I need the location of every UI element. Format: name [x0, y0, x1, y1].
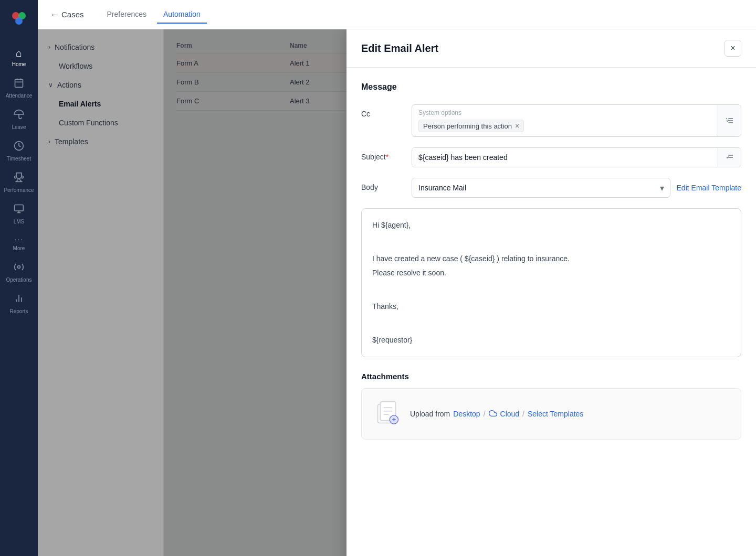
attachments-title: Attachments — [361, 372, 741, 381]
more-icon: ··· — [14, 235, 24, 243]
performance-icon — [14, 172, 24, 185]
email-body-line2 — [372, 236, 730, 249]
cloud-link[interactable]: Cloud — [500, 410, 520, 418]
tab-preferences[interactable]: Preferences — [101, 6, 153, 24]
svg-point-2 — [15, 17, 23, 25]
operations-icon — [14, 262, 24, 275]
top-tabs: Preferences Automation — [101, 6, 207, 24]
attachments-box: Upload from Desktop / Cloud / Select Tem… — [361, 388, 741, 440]
body-select[interactable]: Insurance Mail General Mail Welcome Mail — [412, 178, 670, 198]
edit-email-alert-modal: Edit Email Alert × Message Cc — [346, 29, 756, 556]
cc-system-options-label: System options — [418, 109, 711, 116]
main-area: ← Cases Preferences Automation › Notific… — [38, 0, 756, 556]
modal-body: Message Cc System options Person perform — [346, 68, 756, 454]
select-templates-link[interactable]: Select Templates — [528, 410, 583, 418]
sidebar-item-home[interactable]: ⌂ Home — [0, 42, 38, 72]
sidebar-item-more[interactable]: ··· More — [0, 230, 38, 256]
cloud-icon — [489, 409, 497, 419]
cases-title: Cases — [61, 10, 84, 19]
email-body-line3: I have created a new case ( ${caseid} ) … — [372, 253, 730, 265]
tab-automation[interactable]: Automation — [157, 6, 207, 24]
body-label: Body — [361, 178, 403, 191]
cc-action-button[interactable] — [718, 105, 741, 136]
timesheet-icon — [14, 141, 24, 154]
back-button[interactable]: ← Cases — [50, 10, 84, 19]
sidebar-item-performance[interactable]: Performance — [0, 167, 38, 198]
email-body-line8: ${requestor} — [372, 334, 730, 347]
email-body-preview: Hi ${agent}, I have created a new case (… — [361, 208, 741, 357]
email-body-line7 — [372, 317, 730, 330]
home-icon: ⌂ — [16, 47, 22, 59]
email-body-line6: Thanks, — [372, 301, 730, 313]
reports-icon — [14, 293, 24, 306]
sidebar-item-operations[interactable]: Operations — [0, 256, 38, 288]
subject-label: Subject* — [361, 147, 403, 161]
lms-icon — [14, 204, 24, 217]
subject-row: Subject* — [361, 147, 741, 167]
sidebar-item-timesheet[interactable]: Timesheet — [0, 135, 38, 167]
email-body-line5 — [372, 284, 730, 296]
body-wrapper: Insurance Mail General Mail Welcome Mail… — [412, 178, 741, 198]
email-body-line4: Please resolve it soon. — [372, 267, 730, 280]
cc-input-wrapper: System options Person performing this ac… — [412, 104, 741, 137]
cc-row: Cc System options Person performing this… — [361, 104, 741, 137]
cc-input-inner: System options Person performing this ac… — [412, 105, 718, 136]
sidebar-item-reports[interactable]: Reports — [0, 288, 38, 319]
subject-input[interactable] — [412, 148, 718, 167]
sidebar: ⌂ Home Attendance Leave Timesheet Perfor… — [0, 0, 38, 556]
upload-icon — [374, 399, 402, 429]
svg-point-20 — [726, 119, 727, 119]
content-area: › Notifications Workflows ∨ Actions Emai… — [38, 29, 756, 556]
sidebar-item-leave[interactable]: Leave — [0, 104, 38, 135]
upload-text: Upload from Desktop / Cloud / Select Tem… — [410, 409, 583, 419]
subject-action-button[interactable] — [718, 148, 741, 167]
subject-wrapper — [412, 147, 741, 167]
leave-icon — [14, 109, 24, 122]
modal-close-button[interactable]: × — [724, 40, 741, 57]
edit-template-link[interactable]: Edit Email Template — [677, 184, 741, 192]
cc-label: Cc — [361, 104, 403, 118]
sidebar-item-attendance[interactable]: Attendance — [0, 72, 38, 104]
top-nav: ← Cases Preferences Automation — [38, 0, 756, 29]
cc-tag-remove-button[interactable]: × — [515, 122, 519, 130]
cc-tag: Person performing this action × — [418, 120, 524, 132]
desktop-link[interactable]: Desktop — [453, 410, 480, 418]
svg-point-11 — [18, 266, 20, 269]
svg-rect-8 — [15, 205, 24, 211]
svg-rect-3 — [15, 79, 23, 87]
cc-field: System options Person performing this ac… — [412, 104, 741, 137]
message-section-title: Message — [361, 82, 741, 92]
modal-header: Edit Email Alert × — [346, 29, 756, 68]
email-body-line1: Hi ${agent}, — [372, 219, 730, 232]
modal-title: Edit Email Alert — [361, 42, 438, 55]
sidebar-item-lms[interactable]: LMS — [0, 198, 38, 230]
body-select-wrapper: Insurance Mail General Mail Welcome Mail… — [412, 178, 670, 198]
attendance-icon — [14, 78, 24, 91]
app-logo — [8, 8, 29, 29]
subject-field — [412, 147, 741, 167]
body-row: Body Insurance Mail General Mail Welcome… — [361, 178, 741, 198]
body-field: Insurance Mail General Mail Welcome Mail… — [412, 178, 741, 198]
close-icon: × — [730, 44, 735, 53]
modal-overlay: Edit Email Alert × Message Cc — [38, 29, 756, 556]
back-arrow-icon: ← — [50, 10, 58, 19]
